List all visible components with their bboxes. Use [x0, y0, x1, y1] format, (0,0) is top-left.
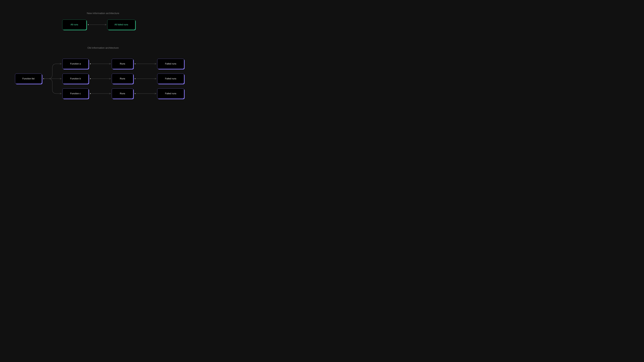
- dot-all-runs-out: [88, 24, 89, 25]
- node-function-b: Function b: [62, 74, 88, 84]
- node-all-runs-label: All runs: [70, 23, 78, 26]
- node-failed-runs-b-label: Failed runs: [165, 77, 176, 80]
- node-runs-c: Runs: [112, 88, 133, 99]
- dot-runs-b-out: [135, 78, 136, 79]
- node-function-list-label: Function list: [22, 77, 34, 80]
- node-function-b-label: Function b: [70, 77, 81, 80]
- node-function-list: Function list: [15, 74, 42, 84]
- dot-function-c-out: [90, 93, 91, 94]
- node-all-runs: All runs: [62, 19, 86, 30]
- node-function-c-label: Function c: [70, 92, 81, 95]
- node-function-a: Function a: [62, 59, 88, 69]
- node-function-c: Function c: [62, 88, 88, 99]
- diagram-canvas: New information architecture Old informa…: [0, 0, 206, 116]
- dot-runs-c-out: [135, 93, 136, 94]
- arrow-list-to-c: [45, 79, 61, 94]
- node-failed-runs-a-label: Failed runs: [165, 62, 176, 65]
- dot-runs-a-out: [135, 63, 136, 64]
- node-function-a-label: Function a: [70, 62, 81, 65]
- node-failed-runs-b: Failed runs: [157, 74, 184, 84]
- new-arch-title: New information architecture: [0, 12, 206, 15]
- dot-function-b-out: [90, 78, 91, 79]
- node-runs-b-label: Runs: [120, 77, 125, 80]
- dot-function-list-out: [43, 78, 44, 79]
- node-runs-b: Runs: [112, 74, 133, 84]
- node-all-failed-runs-label: All failed runs: [114, 23, 128, 26]
- node-failed-runs-c: Failed runs: [157, 88, 184, 99]
- dot-function-a-out: [90, 63, 91, 64]
- node-runs-c-label: Runs: [120, 92, 125, 95]
- old-arch-title: Old information architecture: [0, 46, 206, 49]
- node-failed-runs-a: Failed runs: [157, 59, 184, 69]
- node-failed-runs-c-label: Failed runs: [165, 92, 176, 95]
- node-runs-a: Runs: [112, 59, 133, 69]
- arrow-list-to-a: [45, 64, 61, 79]
- node-runs-a-label: Runs: [120, 62, 125, 65]
- node-all-failed-runs: All failed runs: [107, 19, 135, 30]
